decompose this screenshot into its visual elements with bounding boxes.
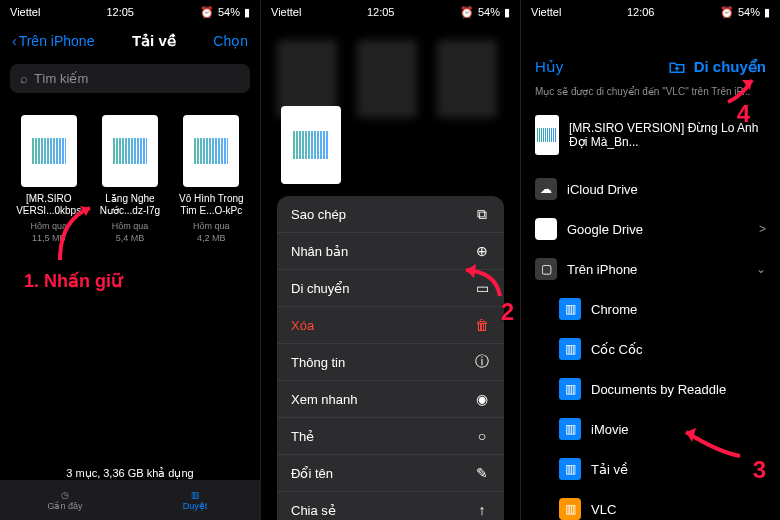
tab-label: Gần đây <box>47 501 82 511</box>
move-toolbar: Hủy Di chuyển <box>521 48 780 86</box>
audio-file-icon <box>21 115 77 187</box>
file-date: Hôm qua <box>30 221 67 231</box>
folder-chrome[interactable]: ▥Chrome <box>521 289 780 329</box>
info-icon: ⓘ <box>474 354 490 370</box>
file-size: 5,4 MB <box>116 233 145 243</box>
storage-footer: 3 mục, 3,36 GB khả dụng <box>0 467 260 480</box>
folder-imovie[interactable]: ▥iMovie <box>521 409 780 449</box>
clock: 12:05 <box>367 6 395 18</box>
folder-icon: ▥ <box>559 338 581 360</box>
file-size: 4,2 MB <box>197 233 226 243</box>
file-item[interactable]: Vô Hình Trong Tim E...O-kPc Hôm qua4,2 M… <box>175 115 248 244</box>
gdrive-icon: ◆ <box>535 218 557 240</box>
search-icon: ⌕ <box>20 71 28 86</box>
cloud-icon: ☁ <box>535 178 557 200</box>
tab-browse[interactable]: ▥Duyệt <box>130 480 260 520</box>
menu-share[interactable]: Chia sẻ↑ <box>277 492 504 520</box>
folder-icon: ▥ <box>559 498 581 520</box>
page-title: Tải về <box>132 32 176 50</box>
folder-label: Tải về <box>591 462 628 477</box>
menu-copy[interactable]: Sao chép⧉ <box>277 196 504 233</box>
location-iphone[interactable]: ▢Trên iPhone⌄ <box>521 249 780 289</box>
menu-label: Thẻ <box>291 429 314 444</box>
annotation-1: 1. Nhấn giữ <box>24 270 122 292</box>
folder-label: iMovie <box>591 422 629 437</box>
duplicate-icon: ⊕ <box>474 243 490 259</box>
menu-label: Chia sẻ <box>291 503 336 518</box>
menu-label: Sao chép <box>291 207 346 222</box>
location-gdrive[interactable]: ◆Google Drive> <box>521 209 780 249</box>
location-label: Trên iPhone <box>567 262 637 277</box>
carrier: Viettel <box>271 6 301 18</box>
screen-2-context-menu: Viettel 12:05 ⏰54%▮ Sao chép⧉ Nhân bản⊕ … <box>260 0 520 520</box>
menu-duplicate[interactable]: Nhân bản⊕ <box>277 233 504 270</box>
folder-label: VLC <box>591 502 616 517</box>
file-item[interactable]: [MR.SIRO VERSI...0kbps Hôm qua11,5 MB <box>12 115 85 244</box>
clock: 12:05 <box>106 6 134 18</box>
cancel-button[interactable]: Hủy <box>535 58 563 76</box>
file-size: 11,5 MB <box>32 233 66 243</box>
folder-documents[interactable]: ▥Documents by Readdle <box>521 369 780 409</box>
move-button[interactable]: Di chuyển <box>694 58 766 76</box>
screen-3-move-destination: Viettel 12:06 ⏰54%▮ Hủy Di chuyển Mục sẽ… <box>520 0 780 520</box>
menu-tags[interactable]: Thẻ○ <box>277 418 504 455</box>
search-input[interactable]: ⌕ Tìm kiếm <box>10 64 250 93</box>
screen-1-files: Viettel 12:05 ⏰54%▮ ‹ Trên iPhone Tải về… <box>0 0 260 520</box>
audio-file-icon <box>535 115 559 155</box>
audio-file-icon <box>183 115 239 187</box>
context-menu: Sao chép⧉ Nhân bản⊕ Di chuyển▭ Xóa🗑 Thôn… <box>277 196 504 520</box>
search-placeholder: Tìm kiếm <box>34 71 88 86</box>
battery: 54% <box>478 6 500 18</box>
folder-label: Documents by Readdle <box>591 382 726 397</box>
status-bar: Viettel 12:05 ⏰54%▮ <box>0 0 260 24</box>
alarm-icon: ⏰ <box>720 6 734 19</box>
back-button[interactable]: ‹ Trên iPhone <box>12 33 94 49</box>
file-item[interactable]: Lắng Nghe Nước...dz-I7g Hôm qua5,4 MB <box>93 115 166 244</box>
pencil-icon: ✎ <box>474 465 490 481</box>
carrier: Viettel <box>531 6 561 18</box>
chevron-right-icon: > <box>759 222 766 236</box>
menu-label: Thông tin <box>291 355 345 370</box>
folder-icon: ▥ <box>191 490 200 500</box>
back-label: Trên iPhone <box>19 33 95 49</box>
folder-icon: ▥ <box>559 378 581 400</box>
folder-vlc[interactable]: ▥VLC <box>521 489 780 520</box>
share-icon: ↑ <box>474 502 490 518</box>
battery: 54% <box>738 6 760 18</box>
annotation-3: 3 <box>753 456 766 484</box>
copy-icon: ⧉ <box>474 206 490 222</box>
status-bar: Viettel 12:05 ⏰54%▮ <box>261 0 520 24</box>
folder-icon: ▥ <box>559 298 581 320</box>
clock: 12:06 <box>627 6 655 18</box>
folder-icon: ▭ <box>474 280 490 296</box>
carrier: Viettel <box>10 6 40 18</box>
menu-delete[interactable]: Xóa🗑 <box>277 307 504 344</box>
location-label: Google Drive <box>567 222 643 237</box>
folder-icon: ▥ <box>559 418 581 440</box>
annotation-2: 2 <box>501 298 514 326</box>
menu-quicklook[interactable]: Xem nhanh◉ <box>277 381 504 418</box>
menu-rename[interactable]: Đổi tên✎ <box>277 455 504 492</box>
menu-move[interactable]: Di chuyển▭ <box>277 270 504 307</box>
menu-label: Xóa <box>291 318 314 333</box>
menu-label: Nhân bản <box>291 244 348 259</box>
menu-label: Xem nhanh <box>291 392 358 407</box>
selected-file-preview <box>281 106 341 184</box>
folder-coccoc[interactable]: ▥Cốc Cốc <box>521 329 780 369</box>
select-button[interactable]: Chọn <box>213 33 248 49</box>
new-folder-icon[interactable] <box>668 58 686 76</box>
menu-label: Đổi tên <box>291 466 333 481</box>
menu-label: Di chuyển <box>291 281 350 296</box>
tab-recent[interactable]: ◷Gần đây <box>0 480 130 520</box>
tab-bar: ◷Gần đây ▥Duyệt <box>0 480 260 520</box>
audio-file-icon <box>102 115 158 187</box>
chevron-down-icon: ⌄ <box>756 262 766 276</box>
tag-icon: ○ <box>474 428 490 444</box>
battery: 54% <box>218 6 240 18</box>
file-date: Hôm qua <box>193 221 230 231</box>
menu-info[interactable]: Thông tinⓘ <box>277 344 504 381</box>
folder-label: Cốc Cốc <box>591 342 642 357</box>
file-date: Hôm qua <box>112 221 149 231</box>
location-icloud[interactable]: ☁iCloud Drive <box>521 169 780 209</box>
folder-downloads[interactable]: ▥Tải về <box>521 449 780 489</box>
